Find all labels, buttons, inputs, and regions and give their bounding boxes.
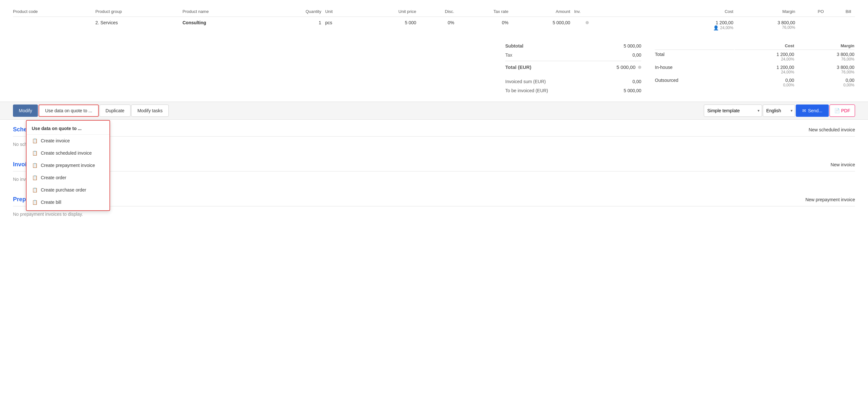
create-prepayment-invoice-icon: 📋 [32, 163, 37, 168]
cost-inhouse-row: In-house 1 200,00 24,00% 3 800,00 76,00% [655, 63, 855, 76]
cell-bill [828, 17, 855, 32]
tax-row: Tax 0,00 [505, 50, 641, 60]
create-scheduled-invoice-label: Create scheduled invoice [41, 150, 92, 155]
language-select[interactable]: English [763, 104, 795, 117]
cost-total-cost: 1 200,00 24,00% [735, 50, 794, 63]
create-bill-label: Create bill [41, 200, 61, 205]
cell-margin: 3 800,00 76,00% [737, 17, 799, 32]
summary-middle: Subtotal 5 000,00 Tax 0,00 Total (EUR) 5… [505, 41, 641, 95]
new-prepayment-invoice-button[interactable]: New prepayment invoice [805, 197, 855, 202]
cell-product-code [13, 17, 95, 32]
total-dot-icon [638, 66, 641, 69]
cost-outsourced-row: Outsourced 0,00 0,00% 0,00 0,00% [655, 76, 855, 89]
summary-right: Cost Margin Total 1 200,00 24,00% 3 800,… [654, 41, 855, 95]
cost-col-cost: Cost [735, 42, 794, 50]
dropdown-item-create-purchase-order[interactable]: 📋 Create purchase order [27, 184, 110, 196]
col-cost: Cost [669, 6, 738, 17]
cell-product-group: 2. Services [95, 17, 182, 32]
table-row: 2. Services Consulting 1 pcs 5 000 0% 0%… [13, 17, 855, 32]
tax-value: 0,00 [632, 53, 641, 58]
col-inv: Inv. [574, 6, 604, 17]
pdf-icon: 📄 [834, 108, 840, 113]
language-select-wrapper: English [763, 104, 795, 117]
scheduled-section-header: Scheduled invoices New scheduled invoice [13, 120, 855, 137]
cost-col-label [655, 42, 734, 50]
subtotal-value: 5 000,00 [624, 43, 642, 48]
duplicate-button[interactable]: Duplicate [99, 104, 130, 117]
col-spacer [604, 6, 669, 17]
send-icon: ✉ [802, 108, 806, 113]
person-icon: 👤 [713, 25, 719, 30]
cell-product-name: Consulting [182, 17, 269, 32]
inv-dot-icon [586, 21, 589, 24]
to-be-invoiced-value: 5 000,00 [624, 88, 642, 93]
create-scheduled-invoice-icon: 📋 [32, 150, 37, 156]
cell-disc: 0% [420, 17, 458, 32]
new-scheduled-invoice-button[interactable]: New scheduled invoice [809, 127, 855, 132]
cost-inhouse-margin: 3 800,00 76,00% [795, 63, 855, 76]
col-quantity: Quantity [269, 6, 325, 17]
subtotal-row: Subtotal 5 000,00 [505, 41, 641, 50]
product-table: Product code Product group Product name … [13, 6, 855, 32]
cell-quantity: 1 [269, 17, 325, 32]
invoiced-value: 0,00 [632, 79, 641, 84]
cost-outsourced-margin: 0,00 0,00% [795, 76, 855, 89]
dropdown-item-create-bill[interactable]: 📋 Create bill [27, 196, 110, 208]
cell-amount: 5 000,00 [513, 17, 574, 32]
prepayment-section-header: Prepayment invoices New prepayment invoi… [13, 189, 855, 206]
new-invoice-button[interactable]: New invoice [831, 162, 855, 167]
col-unit-price: Unit price [358, 6, 420, 17]
prepayment-section-empty: No prepayment invoices to display. [13, 206, 855, 222]
to-be-invoiced-label: To be invoiced (EUR) [505, 88, 548, 93]
cell-cost: 1 200,00 👤 24,00% [669, 17, 738, 32]
cost-outsourced-cost: 0,00 0,00% [735, 76, 794, 89]
col-product-name: Product name [182, 6, 269, 17]
cell-tax-rate: 0% [458, 17, 512, 32]
cost-col-margin: Margin [795, 42, 855, 50]
dropdown-item-create-invoice[interactable]: 📋 Create invoice [27, 135, 110, 147]
col-tax-rate: Tax rate [458, 6, 512, 17]
invoices-section-empty: No invoices to display. [13, 171, 855, 187]
template-select-wrapper: Simple template [704, 104, 762, 117]
create-purchase-order-icon: 📋 [32, 187, 37, 193]
table-section: Product code Product group Product name … [0, 0, 868, 32]
pdf-button[interactable]: 📄 PDF [830, 104, 855, 117]
cell-spacer [604, 17, 669, 32]
create-invoice-icon: 📋 [32, 138, 37, 144]
cost-outsourced-label: Outsourced [655, 76, 734, 89]
total-row: Total (EUR) 5 000,00 [505, 61, 641, 72]
cost-total-row: Total 1 200,00 24,00% 3 800,00 76,00% [655, 50, 855, 63]
create-purchase-order-label: Create purchase order [41, 187, 86, 193]
dropdown-item-create-prepayment-invoice[interactable]: 📋 Create prepayment invoice [27, 159, 110, 171]
dropdown-menu: Use data on quote to ... 📋 Create invoic… [26, 120, 110, 211]
cost-table: Cost Margin Total 1 200,00 24,00% 3 800,… [654, 41, 855, 89]
col-amount: Amount [513, 6, 574, 17]
dropdown-item-create-scheduled-invoice[interactable]: 📋 Create scheduled invoice [27, 147, 110, 159]
total-value: 5 000,00 [617, 64, 636, 70]
cell-inv [574, 17, 604, 32]
invoiced-label: Invoiced sum (EUR) [505, 79, 546, 84]
toolbar: Modify Use data on quote to ... Duplicat… [0, 102, 868, 120]
invoices-section-header: Invoices New invoice [13, 155, 855, 171]
cell-unit: pcs [325, 17, 358, 32]
tax-label: Tax [505, 53, 513, 58]
col-margin: Margin [737, 6, 799, 17]
cost-inhouse-label: In-house [655, 63, 734, 76]
col-disc: Disc. [420, 6, 458, 17]
total-label: Total (EUR) [505, 64, 531, 70]
dropdown-item-create-order[interactable]: 📋 Create order [27, 171, 110, 184]
col-product-group: Product group [95, 6, 182, 17]
modify-button[interactable]: Modify [13, 104, 38, 117]
invoiced-row: Invoiced sum (EUR) 0,00 [505, 77, 641, 86]
template-select[interactable]: Simple template [704, 104, 762, 117]
col-product-code: Product code [13, 6, 95, 17]
col-unit: Unit [325, 6, 358, 17]
cost-total-label: Total [655, 50, 734, 63]
send-button[interactable]: ✉ Send... [796, 104, 829, 117]
page-wrapper: Product code Product group Product name … [0, 0, 868, 418]
create-prepayment-invoice-label: Create prepayment invoice [41, 163, 95, 168]
use-data-button[interactable]: Use data on quote to ... [38, 104, 99, 117]
subtotal-label: Subtotal [505, 43, 523, 48]
modify-tasks-button[interactable]: Modify tasks [131, 104, 169, 117]
create-order-icon: 📋 [32, 175, 37, 180]
